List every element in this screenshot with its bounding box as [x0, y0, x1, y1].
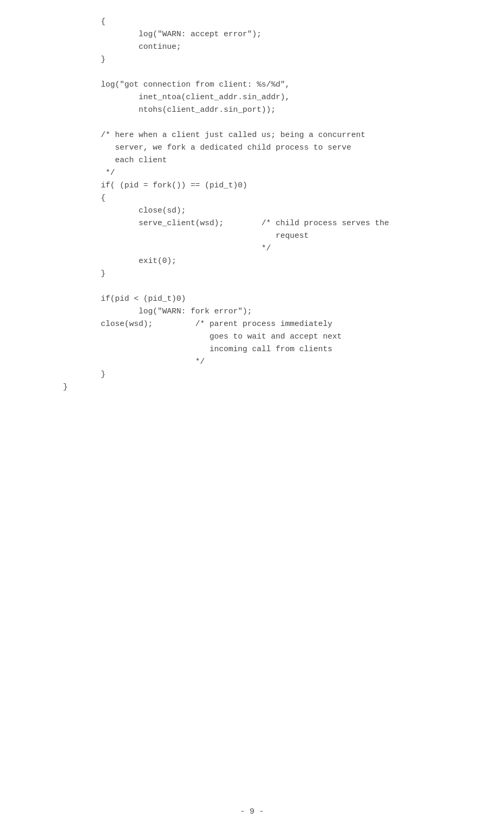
page-container: { log("WARN: accept error"); continue; }… [0, 0, 504, 832]
page-number: - 9 - [240, 807, 264, 816]
code-block: { log("WARN: accept error"); continue; }… [0, 10, 504, 399]
